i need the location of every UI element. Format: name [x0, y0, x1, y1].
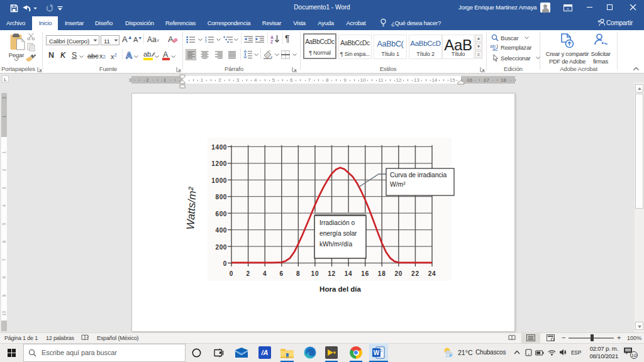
- svg-text:A: A: [270, 35, 274, 40]
- svg-text:12: 12: [328, 270, 336, 277]
- svg-text:W: W: [374, 349, 380, 356]
- svg-text:kWh/m²/día: kWh/m²/día: [319, 241, 352, 248]
- svg-text:18: 18: [378, 270, 386, 277]
- svg-text:600: 600: [216, 211, 228, 217]
- svg-text:4: 4: [263, 270, 267, 277]
- svg-text:energía solar: energía solar: [319, 230, 357, 237]
- svg-text:800: 800: [216, 194, 228, 200]
- svg-text:2: 2: [246, 270, 250, 277]
- svg-text:1000: 1000: [211, 177, 227, 184]
- svg-text:24: 24: [428, 270, 436, 277]
- svg-text:14: 14: [345, 270, 353, 277]
- svg-text:Z: Z: [270, 40, 274, 44]
- svg-text:6: 6: [280, 270, 284, 277]
- svg-text:10: 10: [311, 270, 319, 277]
- svg-text:20: 20: [394, 270, 402, 277]
- svg-text:0: 0: [230, 270, 233, 277]
- svg-text:1200: 1200: [211, 160, 227, 167]
- svg-text:8: 8: [296, 270, 300, 277]
- svg-text:16: 16: [361, 270, 369, 277]
- svg-text:400: 400: [216, 227, 228, 234]
- svg-text:Irradiación o: Irradiación o: [319, 219, 355, 226]
- svg-text:3: 3: [205, 40, 207, 43]
- svg-text:Watts/m²: Watts/m²: [184, 186, 199, 230]
- svg-text:22: 22: [411, 270, 419, 277]
- svg-text:200: 200: [216, 244, 228, 251]
- svg-text:1400: 1400: [211, 144, 227, 151]
- svg-text:0: 0: [223, 260, 227, 267]
- svg-text:W/m²: W/m²: [390, 181, 406, 188]
- svg-text:A: A: [168, 35, 174, 44]
- svg-text:Hora del día: Hora del día: [319, 285, 361, 293]
- svg-text:ac: ac: [492, 47, 497, 51]
- svg-text:Curva de irradiancia: Curva de irradiancia: [390, 172, 447, 178]
